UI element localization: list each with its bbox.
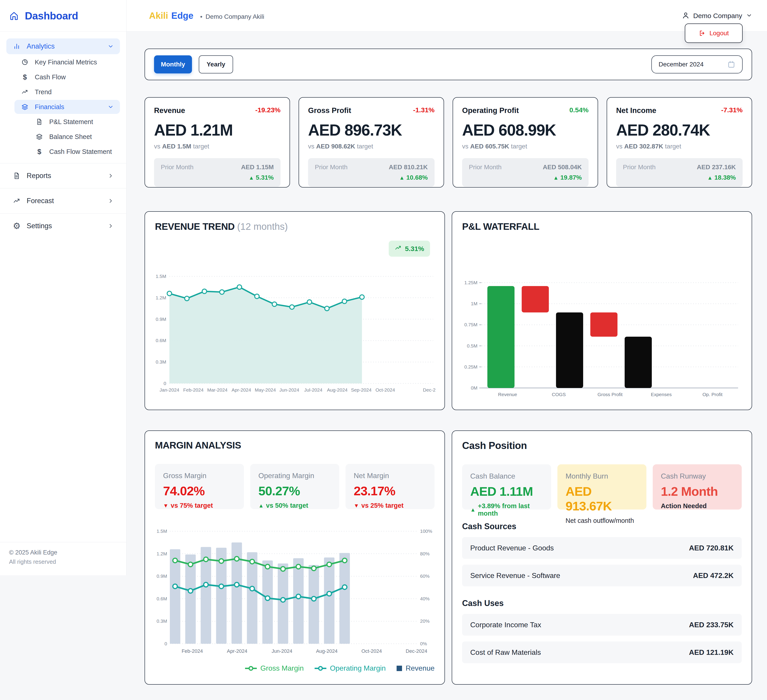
kpi-prior-delta: ▲ 19.87% — [469, 174, 582, 181]
svg-text:Jun-2024: Jun-2024 — [279, 387, 299, 392]
svg-text:100%: 100% — [420, 528, 432, 534]
kpi-target-value: AED 302.87K — [624, 143, 664, 150]
svg-text:1.2M: 1.2M — [156, 295, 166, 300]
logout-menu: Logout — [685, 24, 743, 43]
account-menu[interactable]: Demo Company — [682, 11, 753, 20]
kpi-prior-box: Prior Month AED 508.04K ▲ 19.87% — [462, 158, 589, 187]
svg-text:0.6M: 0.6M — [156, 338, 166, 343]
svg-text:Expenses: Expenses — [651, 392, 672, 397]
kpi-change-badge: 0.54% — [570, 106, 589, 114]
svg-text:20%: 20% — [420, 619, 430, 623]
svg-text:May-2024: May-2024 — [255, 387, 276, 392]
cash-row-label: Corporate Income Tax — [470, 621, 541, 629]
svg-text:1.5M: 1.5M — [156, 274, 166, 279]
yearly-button[interactable]: Yearly — [199, 55, 233, 73]
svg-text:0.75M: 0.75M — [465, 322, 477, 327]
sidebar-item-cash-flow-statement[interactable]: $Cash Flow Statement — [29, 145, 120, 159]
account-label: Demo Company — [693, 12, 742, 20]
kpi-title: Gross Profit — [308, 106, 351, 115]
revenue-trend-title: REVENUE TREND (12 months) — [155, 221, 434, 232]
person-icon — [682, 11, 689, 20]
svg-text:40%: 40% — [420, 596, 430, 601]
kpi-target: vs AED 908.62K target — [308, 143, 434, 150]
down-triangle-icon: ▼ — [354, 502, 359, 509]
cash-row-label: Cost of Raw Materials — [470, 648, 541, 657]
down-triangle-icon: ▼ — [163, 502, 169, 509]
kpi-prior-delta: ▲ 10.68% — [315, 174, 428, 181]
sidebar-item-reports[interactable]: Reports — [6, 168, 120, 184]
legend-label: Gross Margin — [260, 664, 304, 673]
cash-row-corporate-income-tax: Corporate Income Tax AED 233.75K — [462, 614, 742, 636]
brand-primary: Akili — [149, 11, 168, 21]
sidebar-nav: AnalyticsKey Financial Metrics$Cash Flow… — [0, 32, 126, 235]
cash-card-label: Cash Balance — [470, 472, 543, 480]
cash-row-label: Service Revenue - Software — [470, 571, 560, 580]
svg-text:0.25M: 0.25M — [465, 364, 477, 370]
sidebar-item-balance-sheet[interactable]: Balance Sheet — [29, 130, 120, 144]
sidebar-item-trend[interactable]: Trend — [14, 85, 120, 99]
monthly-button[interactable]: Monthly — [154, 55, 192, 73]
svg-text:Feb-2024: Feb-2024 — [183, 387, 204, 392]
cash-row-product-revenue-goods: Product Revenue - Goods AED 720.81K — [462, 537, 742, 559]
gear-icon: ⚙ — [12, 222, 21, 230]
cash-card-label: Monthly Burn — [565, 472, 638, 480]
kpi-change-badge: -7.31% — [721, 106, 743, 114]
sidebar-item-label: Trend — [35, 88, 52, 96]
kpi-prior-value: AED 810.21K — [389, 164, 428, 171]
legend-item-revenue[interactable]: Revenue — [396, 664, 434, 673]
svg-text:80%: 80% — [420, 551, 430, 556]
svg-text:Apr-2024: Apr-2024 — [227, 648, 248, 654]
kpi-card-revenue: Revenue -19.23% AED 1.21M vs AED 1.5M ta… — [145, 97, 290, 188]
margin-combo-chart: 00%0.3M20%0.6M40%0.9M60%1.2M80%1.5M100%F… — [155, 522, 434, 663]
kpi-target-value: AED 1.5M — [162, 143, 191, 150]
sidebar-item-key-financial-metrics[interactable]: Key Financial Metrics — [14, 55, 120, 69]
margin-card-target-note: ▼ vs 75% target — [163, 502, 236, 509]
sidebar-item-analytics[interactable]: Analytics — [6, 38, 120, 54]
cash-cards-row: Cash Balance AED 1.11M▲ +3.89% from last… — [462, 464, 742, 510]
kpi-title: Operating Profit — [462, 106, 519, 115]
margin-cards-row: Gross Margin 74.02% ▼ vs 75% target Oper… — [155, 464, 434, 509]
kpi-value: AED 1.21M — [154, 121, 280, 139]
svg-text:Jun-2024: Jun-2024 — [272, 648, 292, 654]
cash-card-label: Cash Runway — [661, 472, 734, 480]
svg-text:60%: 60% — [420, 574, 430, 579]
svg-text:0.5M: 0.5M — [467, 343, 477, 348]
sidebar-item-cash-flow[interactable]: $Cash Flow — [14, 70, 120, 84]
svg-text:Aug-2024: Aug-2024 — [316, 648, 337, 654]
margin-analysis-card: MARGIN ANALYSIS Gross Margin 74.02% ▼ vs… — [145, 431, 445, 685]
sidebar-item-settings[interactable]: ⚙Settings — [6, 218, 120, 234]
period-select[interactable]: December 2024 — [651, 55, 743, 73]
layers-icon — [35, 133, 44, 140]
kpi-change-badge: -1.31% — [413, 106, 434, 114]
pl-waterfall-title: P&L WATERFALL — [462, 221, 742, 232]
sidebar-item-label: Financials — [35, 103, 64, 111]
svg-text:0.6M: 0.6M — [156, 596, 167, 601]
margin-card-label: Gross Margin — [163, 472, 236, 480]
legend-item-operating-margin[interactable]: Operating Margin — [314, 664, 386, 673]
cash-card-note: Action Needed — [661, 502, 734, 510]
legend-line-icon — [245, 666, 257, 671]
kpi-target: vs AED 1.5M target — [154, 143, 280, 150]
up-triangle-icon: ▲ — [470, 507, 476, 513]
svg-text:1.25M: 1.25M — [465, 280, 477, 285]
sidebar-item-financials[interactable]: Financials — [14, 100, 120, 114]
cash-uses-list: Corporate Income Tax AED 233.75KCost of … — [462, 614, 742, 663]
sidebar-divider — [0, 213, 126, 214]
sidebar-item-forecast[interactable]: Forecast — [6, 193, 120, 209]
sidebar-item-p-l-statement[interactable]: P&L Statement — [29, 115, 120, 129]
sidebar-item-label: Balance Sheet — [49, 133, 92, 140]
legend-item-gross-margin[interactable]: Gross Margin — [245, 664, 304, 673]
trend-change-badge: 5.31% — [389, 241, 430, 257]
svg-text:0.3M: 0.3M — [156, 619, 167, 623]
cash-row-cost-of-raw-materials: Cost of Raw Materials AED 121.19K — [462, 641, 742, 663]
content: Monthly Yearly December 2024 Revenue -19… — [126, 32, 767, 700]
logout-button[interactable]: Logout — [710, 30, 729, 37]
margin-card-gross-margin: Gross Margin 74.02% ▼ vs 75% target — [155, 464, 244, 509]
charts-row-top: REVENUE TREND (12 months) 5.31% 00.3M0.6… — [145, 211, 752, 410]
cash-card-cash-runway: Cash Runway 1.2 MonthAction Needed — [653, 464, 742, 510]
legend-label: Operating Margin — [330, 664, 386, 673]
svg-text:Mar-2024: Mar-2024 — [207, 387, 228, 392]
margin-card-value: 23.17% — [354, 483, 426, 498]
revenue-trend-chart: 00.3M0.6M0.9M1.2M1.5MJan-2024Feb-2024Mar… — [155, 266, 434, 402]
svg-text:0: 0 — [164, 381, 166, 386]
